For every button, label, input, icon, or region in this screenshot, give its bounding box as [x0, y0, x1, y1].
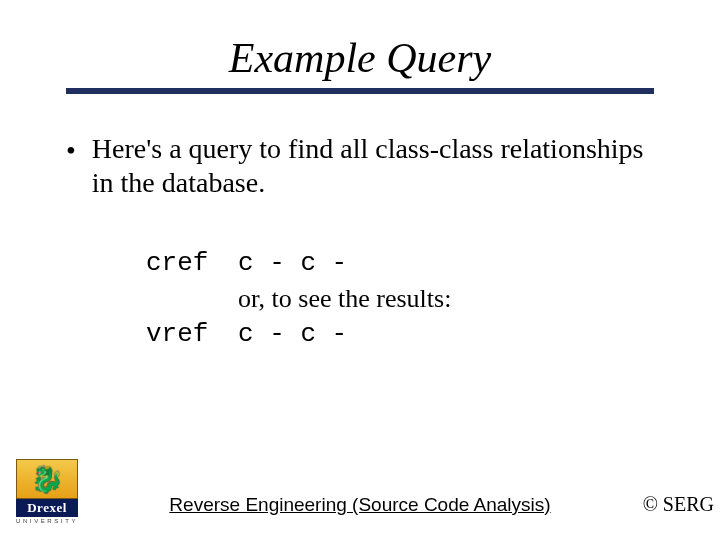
bullet-item: • Here's a query to find all class-class…: [66, 132, 654, 200]
code-args-1: c - c -: [238, 246, 347, 281]
logo-emblem: 🐉: [16, 459, 78, 499]
copyright: © SERG: [643, 493, 714, 516]
bullet-dot-icon: •: [66, 132, 76, 168]
bullet-text: Here's a query to find all class-class r…: [92, 132, 654, 200]
logo-sub: UNIVERSITY: [16, 517, 78, 524]
code-args-2: c - c -: [238, 317, 347, 352]
footer: Reverse Engineering (Source Code Analysi…: [0, 494, 720, 516]
code-note: or, to see the results:: [238, 281, 654, 316]
slide-body: • Here's a query to find all class-class…: [0, 94, 720, 352]
slide: Example Query • Here's a query to find a…: [0, 0, 720, 540]
code-block: cref c - c - or, to see the results: vre…: [146, 246, 654, 351]
slide-title: Example Query: [0, 34, 720, 84]
footer-text: Reverse Engineering (Source Code Analysi…: [169, 494, 550, 515]
code-cmd-1: cref: [146, 246, 238, 281]
code-line-1: cref c - c -: [146, 246, 654, 281]
code-line-2: vref c - c -: [146, 317, 654, 352]
code-cmd-2: vref: [146, 317, 238, 352]
dragon-icon: 🐉: [31, 464, 63, 495]
